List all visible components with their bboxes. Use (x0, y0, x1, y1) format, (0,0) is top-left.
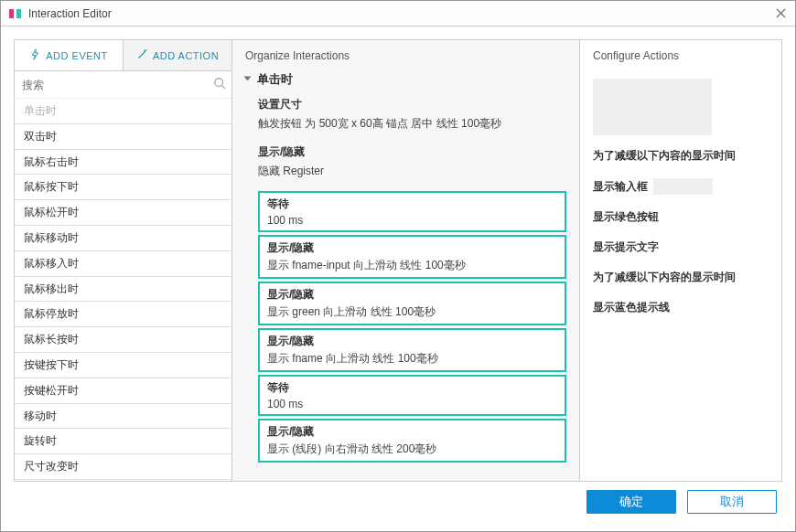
add-action-tab[interactable]: ADD ACTION (124, 40, 231, 70)
lightning-icon (29, 48, 41, 62)
action-desc: 100 ms (267, 214, 557, 227)
svg-line-6 (222, 86, 226, 90)
svg-point-5 (215, 79, 223, 87)
config-note: 显示蓝色提示线 (593, 300, 769, 315)
cancel-button[interactable]: 取消 (687, 490, 777, 514)
event-item[interactable]: 鼠标长按时 (15, 327, 231, 353)
action-desc: 隐藏 Register (258, 162, 566, 185)
action-desc: 触发按钮 为 500宽 x 60高 锚点 居中 线性 100毫秒 (258, 114, 566, 137)
dialog-footer: 确定 取消 (14, 482, 782, 522)
action-item[interactable]: 设置尺寸触发按钮 为 500宽 x 60高 锚点 居中 线性 100毫秒 (258, 93, 566, 141)
event-item[interactable]: 旋转时 (15, 429, 231, 454)
config-note-chip (653, 178, 713, 195)
svg-rect-0 (9, 9, 14, 18)
action-title: 显示/隐藏 (267, 240, 557, 258)
search-icon[interactable] (213, 77, 226, 92)
event-list: 单击时双击时鼠标右击时鼠标按下时鼠标松开时鼠标移动时鼠标移入时鼠标移出时鼠标停放… (15, 99, 231, 481)
ok-button[interactable]: 确定 (586, 490, 676, 514)
add-event-tab-label: ADD EVENT (46, 50, 107, 61)
titlebar: Interaction Editor (1, 1, 795, 27)
config-note-text: 为了减缓以下内容的显示时间 (593, 270, 736, 285)
config-note-text: 显示输入框 (593, 179, 648, 195)
left-tabs: ADD EVENT ADD ACTION (15, 40, 231, 71)
organize-header: Organize Interactions (232, 40, 579, 68)
interaction-editor-window: Interaction Editor ADD EVENT ADD ACTION (0, 0, 796, 532)
event-search-input[interactable] (20, 78, 213, 92)
action-item[interactable]: 显示/隐藏显示 green 向上滑动 线性 100毫秒 (258, 282, 566, 325)
event-item[interactable]: 鼠标停放时 (15, 302, 231, 327)
event-node-title[interactable]: 单击时 (245, 68, 566, 93)
config-note-text: 显示绿色按钮 (593, 209, 659, 225)
action-title: 等待 (267, 380, 557, 398)
configure-panel: Configure Actions 为了减缓以下内容的显示时间显示输入框显示绿色… (580, 40, 781, 481)
action-item[interactable]: 显示/隐藏隐藏 Register (258, 141, 566, 188)
action-desc: 显示 green 向上滑动 线性 100毫秒 (267, 304, 557, 320)
action-desc: 显示 fname 向上滑动 线性 100毫秒 (267, 351, 557, 367)
config-note-text: 显示蓝色提示线 (593, 300, 670, 315)
config-note: 显示绿色按钮 (593, 209, 769, 225)
action-item[interactable]: 等待100 ms (258, 375, 566, 416)
action-title: 显示/隐藏 (267, 424, 557, 442)
events-panel: ADD EVENT ADD ACTION 单击时双击时鼠标右击时鼠标按下时鼠标松… (15, 40, 232, 481)
event-item[interactable]: 单击时 (15, 99, 231, 124)
close-icon[interactable] (773, 6, 788, 21)
action-item[interactable]: 显示/隐藏显示 (线段) 向右滑动 线性 200毫秒 (258, 419, 566, 463)
ok-button-label: 确定 (619, 494, 643, 510)
app-logo-icon (8, 6, 23, 21)
event-item[interactable]: 尺寸改变时 (15, 454, 231, 480)
add-event-tab[interactable]: ADD EVENT (15, 40, 124, 70)
action-item[interactable]: 显示/隐藏显示 fname-input 向上滑动 线性 100毫秒 (258, 235, 566, 279)
event-item[interactable]: 鼠标按下时 (15, 175, 231, 200)
action-title: 等待 (267, 197, 557, 214)
event-item[interactable]: 移动时 (15, 404, 231, 430)
wand-icon (136, 48, 148, 62)
organize-panel: Organize Interactions 单击时 设置尺寸触发按钮 为 500… (232, 40, 580, 481)
action-title: 显示/隐藏 (258, 143, 566, 162)
action-title: 显示/隐藏 (267, 334, 557, 351)
event-item[interactable]: 显示时 (15, 480, 231, 481)
action-desc: 100 ms (267, 398, 557, 410)
config-note-text: 显示提示文字 (593, 239, 659, 255)
config-note: 为了减缓以下内容的显示时间 (593, 148, 769, 164)
add-action-tab-label: ADD ACTION (153, 50, 219, 61)
event-item[interactable]: 鼠标松开时 (15, 200, 231, 226)
event-item[interactable]: 鼠标移入时 (15, 251, 231, 277)
action-item[interactable]: 等待100 ms (258, 191, 566, 232)
action-item[interactable]: 显示/隐藏显示 fname 向上滑动 线性 100毫秒 (258, 328, 566, 372)
action-title: 显示/隐藏 (267, 287, 557, 304)
event-item[interactable]: 按键松开时 (15, 378, 231, 404)
config-note: 显示输入框 (593, 178, 769, 195)
event-item[interactable]: 鼠标移出时 (15, 277, 231, 303)
action-desc: 显示 (线段) 向右滑动 线性 200毫秒 (267, 442, 557, 457)
event-item[interactable]: 鼠标右击时 (15, 150, 231, 176)
action-desc: 显示 fname-input 向上滑动 线性 100毫秒 (267, 258, 557, 273)
config-note: 为了减缓以下内容的显示时间 (593, 270, 769, 285)
event-item[interactable]: 按键按下时 (15, 353, 231, 378)
svg-rect-1 (16, 9, 21, 18)
config-preview-box (593, 79, 712, 135)
event-node-label: 单击时 (257, 72, 293, 86)
event-search-row (15, 71, 231, 99)
window-title: Interaction Editor (28, 7, 773, 20)
event-item[interactable]: 双击时 (15, 124, 231, 150)
action-title: 设置尺寸 (258, 95, 566, 114)
event-item[interactable]: 鼠标移动时 (15, 226, 231, 251)
caret-down-icon (244, 77, 252, 81)
cancel-button-label: 取消 (720, 494, 744, 510)
config-note: 显示提示文字 (593, 239, 769, 255)
config-note-text: 为了减缓以下内容的显示时间 (593, 148, 736, 164)
configure-header: Configure Actions (593, 48, 769, 66)
svg-line-4 (138, 51, 145, 58)
